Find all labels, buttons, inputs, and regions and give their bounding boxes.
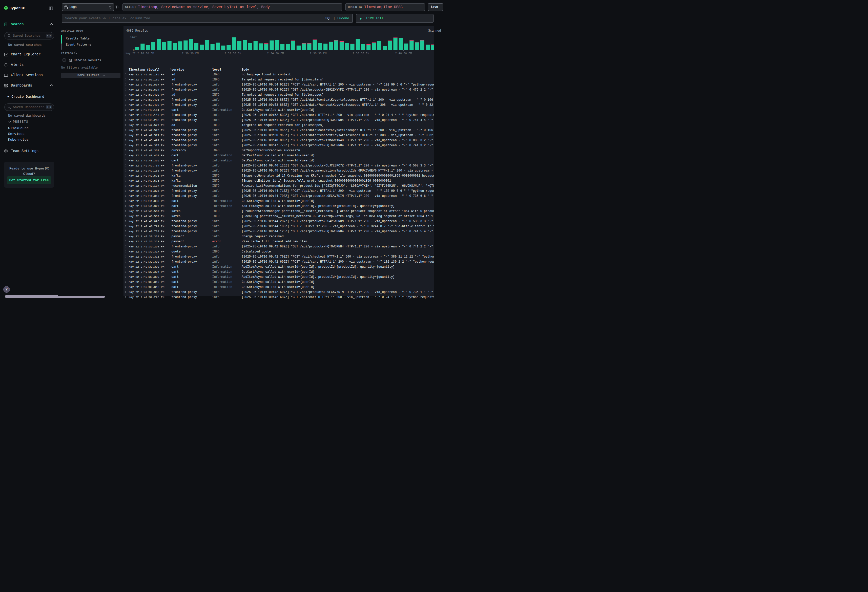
- svg-text:2:32:30 PM: 2:32:30 PM: [224, 52, 241, 55]
- svg-text:2:38:30 PM: 2:38:30 PM: [353, 52, 369, 55]
- svg-text:2:36:30 PM: 2:36:30 PM: [310, 52, 326, 55]
- svg-text:May 22 2:28:00 PM: May 22 2:28:00 PM: [125, 52, 154, 55]
- svg-text:2:40:30 PM: 2:40:30 PM: [395, 52, 412, 55]
- svg-text:140: 140: [130, 36, 135, 39]
- svg-text:2:34:30 PM: 2:34:30 PM: [267, 52, 284, 55]
- svg-text:0: 0: [133, 49, 134, 52]
- svg-text:2:30:30 PM: 2:30:30 PM: [182, 52, 199, 55]
